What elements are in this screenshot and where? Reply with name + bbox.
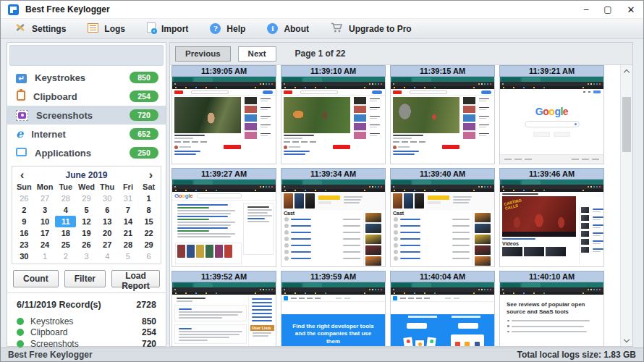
- calendar-day-11-selected[interactable]: 11: [55, 216, 76, 227]
- thumbnail-image: CASTING CALLSVideos: [499, 180, 604, 267]
- calendar-day-1[interactable]: 1: [35, 251, 56, 262]
- thumbnail-timestamp: 11:39:59 AM: [281, 271, 386, 282]
- scrollbar-thumb[interactable]: [622, 97, 631, 152]
- calendar-day-17[interactable]: 17: [35, 227, 56, 239]
- calendar-day-15[interactable]: 15: [138, 216, 159, 227]
- pager-bar: Previous Next Page 1 of 22: [170, 43, 632, 65]
- calendar-day-12[interactable]: 12: [76, 216, 97, 227]
- calendar-day-26[interactable]: 26: [14, 193, 35, 204]
- status-bar: Best Free Keylogger Total local logs siz…: [1, 348, 643, 361]
- status-left: Best Free Keylogger: [8, 350, 93, 360]
- thumbnail-image: User Lists: [171, 282, 276, 347]
- calendar-day-20[interactable]: 20: [97, 227, 118, 239]
- calendar-day-7[interactable]: 7: [118, 204, 139, 216]
- calendar-day-3[interactable]: 3: [35, 204, 56, 216]
- thumbnail-image: [171, 77, 276, 164]
- count-button[interactable]: Count: [13, 270, 59, 287]
- user-lists-heading: User Lists: [250, 325, 274, 331]
- calendar-day-6[interactable]: 6: [138, 251, 159, 262]
- clipboard-icon: [16, 90, 25, 103]
- toolbar-item-about[interactable]: iAbout: [256, 19, 320, 38]
- calendar-day-29[interactable]: 29: [76, 193, 97, 204]
- calendar-day-9[interactable]: 9: [14, 216, 35, 227]
- calendar-day-27[interactable]: 27: [35, 193, 56, 204]
- calendar-day-26[interactable]: 26: [76, 239, 97, 251]
- screenshot-thumbnail-11[interactable]: 11:40:04 AM: [390, 271, 495, 347]
- calendar-day-2[interactable]: 2: [55, 251, 76, 262]
- screenshot-thumbnail-7[interactable]: 11:39:40 AMCast: [390, 168, 495, 267]
- calendar-day-8[interactable]: 8: [138, 204, 159, 216]
- filter-button[interactable]: Filter: [64, 270, 106, 287]
- record-row-clipboard: Clipboard254: [17, 327, 156, 339]
- calendar-day-22[interactable]: 22: [138, 227, 159, 239]
- vertical-scrollbar[interactable]: [620, 65, 632, 346]
- screenshot-thumbnail-9[interactable]: 11:39:52 AMUser Lists: [171, 271, 276, 347]
- calendar-day-5[interactable]: 5: [118, 251, 139, 262]
- calendar-day-21[interactable]: 21: [118, 227, 139, 239]
- about-icon: i: [267, 23, 278, 34]
- calendar-day-1[interactable]: 1: [138, 193, 159, 204]
- toolbar-item-logs[interactable]: Logs: [77, 19, 136, 38]
- count-badge: 250: [130, 147, 158, 159]
- calendar-day-4[interactable]: 4: [55, 204, 76, 216]
- toolbar-item-import[interactable]: Import: [136, 19, 199, 38]
- screenshot-thumbnail-8[interactable]: 11:39:46 AMCASTING CALLSVideos: [499, 168, 604, 267]
- status-logs-size: Total local logs size: 1.83 GB: [517, 350, 637, 360]
- calendar-day-30[interactable]: 30: [14, 251, 35, 262]
- calendar-weekday: Sat: [138, 182, 159, 193]
- sidebar-item-keystrokes[interactable]: ↵Keystrokes850: [7, 68, 166, 87]
- sidebar-item-applications[interactable]: Applications250: [7, 143, 166, 162]
- calendar-day-2[interactable]: 2: [14, 204, 35, 216]
- calendar-day-16[interactable]: 16: [14, 227, 35, 239]
- logs-icon: [88, 23, 98, 35]
- calendar-weekday: Fri: [118, 182, 139, 193]
- count-badge: 720: [130, 109, 158, 121]
- calendar-day-28[interactable]: 28: [55, 193, 76, 204]
- calendar-day-29[interactable]: 29: [138, 239, 159, 251]
- calendar-day-31[interactable]: 31: [118, 193, 139, 204]
- calendar-day-13[interactable]: 13: [97, 216, 118, 227]
- calendar-day-5[interactable]: 5: [76, 204, 97, 216]
- keystrokes-icon: ↵: [16, 72, 27, 83]
- calendar-day-4[interactable]: 4: [97, 251, 118, 262]
- calendar-day-19[interactable]: 19: [76, 227, 97, 239]
- screenshot-thumbnail-4[interactable]: 11:39:21 AMGoogle: [499, 65, 604, 164]
- thumbnail-timestamp: 11:39:46 AM: [499, 168, 604, 180]
- next-page-button[interactable]: Next: [238, 46, 276, 62]
- calendar-day-24[interactable]: 24: [35, 239, 56, 251]
- calendar-day-25[interactable]: 25: [55, 239, 76, 251]
- calendar-day-10[interactable]: 10: [35, 216, 56, 227]
- calendar-day-14[interactable]: 14: [118, 216, 139, 227]
- screenshot-thumbnail-3[interactable]: 11:39:15 AM: [390, 65, 495, 164]
- screenshot-thumbnail-2[interactable]: 11:39:10 AM: [281, 65, 386, 164]
- calendar-day-6[interactable]: 6: [97, 204, 118, 216]
- scroll-up-button[interactable]: [621, 65, 632, 77]
- calendar-day-18[interactable]: 18: [55, 227, 76, 239]
- minimize-button[interactable]: –: [575, 1, 597, 18]
- maximize-button[interactable]: ▢: [597, 1, 619, 18]
- thumbnail-image: [281, 77, 386, 164]
- previous-page-button[interactable]: Previous: [175, 46, 231, 62]
- thumbnail-image: See reviews of popular open source and S…: [499, 282, 604, 347]
- sidebar-item-clipboard[interactable]: Clipboard254: [7, 87, 166, 106]
- screenshot-thumbnail-12[interactable]: 11:40:10 AMSee reviews of popular open s…: [499, 271, 604, 347]
- toolbar-item-help[interactable]: ?Help: [199, 19, 256, 38]
- sidebar-item-screenshots[interactable]: Screenshots720: [7, 106, 166, 125]
- calendar-day-23[interactable]: 23: [14, 239, 35, 251]
- scroll-down-button[interactable]: [621, 334, 632, 346]
- screenshot-thumbnail-5[interactable]: 11:39:27 AMGoogle: [171, 168, 276, 267]
- toolbar-item-upgrade-to-pro[interactable]: Upgrade to Pro: [320, 19, 423, 38]
- toolbar-item-settings[interactable]: Settings: [4, 19, 77, 38]
- calendar-day-27[interactable]: 27: [97, 239, 118, 251]
- load-report-button[interactable]: Load Report: [111, 270, 160, 287]
- sidebar-item-internet[interactable]: eInternet652: [7, 125, 166, 143]
- calendar-day-30[interactable]: 30: [97, 193, 118, 204]
- screenshot-thumbnail-1[interactable]: 11:39:05 AM: [171, 65, 276, 164]
- calendar-day-3[interactable]: 3: [76, 251, 97, 262]
- close-button[interactable]: ✕: [619, 1, 643, 18]
- app-icon: [8, 4, 19, 15]
- calendar-day-28[interactable]: 28: [118, 239, 139, 251]
- calendar-next-arrow[interactable]: ›: [149, 170, 153, 180]
- screenshot-thumbnail-6[interactable]: 11:39:34 AMCast: [281, 168, 386, 267]
- screenshot-thumbnail-10[interactable]: 11:39:59 AMFind the right developer tool…: [281, 271, 386, 347]
